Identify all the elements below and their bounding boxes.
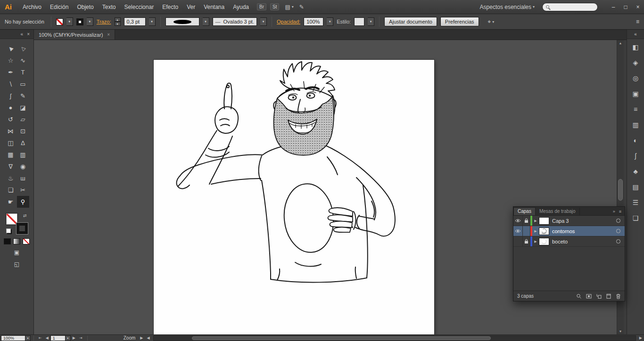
minimize-button[interactable]: – <box>607 4 619 10</box>
vertical-scroll-thumb[interactable] <box>618 179 623 201</box>
status-menu-arrow-icon[interactable]: ▶ <box>138 336 145 340</box>
tool-scale[interactable]: ▱ <box>17 114 29 125</box>
layer-name[interactable]: boceto <box>552 239 616 244</box>
stroke-panel-link[interactable]: Trazo: <box>97 19 111 24</box>
share-icon[interactable]: ✎ <box>299 4 304 10</box>
tool-rotate[interactable]: ↺ <box>5 114 17 125</box>
layer-thumbnail[interactable] <box>539 238 549 245</box>
fit-document-button[interactable]: Ajustar documento <box>384 17 437 26</box>
tool-pencil[interactable]: ✎ <box>17 90 29 102</box>
zoom-level-dropdown[interactable]: ▾ <box>25 335 31 341</box>
menu-obje[interactable]: Objeto <box>73 0 98 14</box>
tool-blob-brush[interactable]: ● <box>5 102 17 114</box>
tab-mesas-de-trabajo[interactable]: Mesas de trabajo <box>536 208 580 215</box>
layer-target-circle[interactable] <box>616 219 620 223</box>
close-panel-icon[interactable]: × <box>27 32 30 37</box>
tool-eyedropper[interactable]: ∇ <box>5 161 17 172</box>
clip-mask-icon[interactable] <box>586 293 592 299</box>
workspace-switcher[interactable]: Aspectos esenciales ▾ <box>480 4 535 10</box>
tool-gradient[interactable]: ▥ <box>17 149 29 161</box>
layer-target-circle[interactable] <box>616 229 620 233</box>
dock-panel-color[interactable]: ◧ <box>627 39 644 55</box>
opacity-dropdown[interactable]: ▾ <box>327 17 333 26</box>
tool-selection[interactable]: ▶ <box>5 43 17 55</box>
control-panel-menu-icon[interactable]: ≡ <box>636 18 639 25</box>
locate-object-icon[interactable] <box>576 293 582 299</box>
layer-visibility-toggle[interactable] <box>513 236 523 246</box>
style-dropdown[interactable]: ▾ <box>368 17 374 26</box>
layer-thumbnail[interactable] <box>539 217 549 225</box>
dock-panel-appearance[interactable]: ◎ <box>627 70 644 86</box>
tool-line-segment[interactable]: ∖ <box>5 78 17 90</box>
layer-expand-icon[interactable]: ▶ <box>532 219 539 223</box>
restore-button[interactable]: □ <box>619 4 632 10</box>
color-button[interactable] <box>4 238 11 244</box>
stroke-swatch-small[interactable] <box>76 18 83 25</box>
dock-panel-brushes[interactable]: ʃ <box>627 148 644 163</box>
tool-pen[interactable]: ✒ <box>5 66 17 78</box>
tool-direct-selection[interactable]: ▷ <box>17 43 29 55</box>
tool-shape-builder[interactable]: ◫ <box>5 137 17 149</box>
tool-hand[interactable]: ☛ <box>5 196 17 208</box>
tool-symbol-sprayer[interactable]: ♨ <box>5 172 17 184</box>
menu-ayuda[interactable]: Ayuda <box>229 0 253 14</box>
document-tab[interactable]: 100% (CMYK/Previsualizar) × <box>34 30 115 40</box>
tool-width[interactable]: ⋈ <box>5 125 17 137</box>
dock-panel-stroke[interactable]: ≡ <box>627 101 644 117</box>
menu-ventana[interactable]: Ventana <box>199 0 229 14</box>
artboard-number-dropdown[interactable]: ▾ <box>66 335 71 341</box>
status-display[interactable]: Zoom <box>124 335 136 341</box>
brush-preview-dropdown[interactable]: ▾ <box>203 17 209 26</box>
fill-none-swatch[interactable] <box>56 18 63 25</box>
delete-icon[interactable] <box>616 293 621 299</box>
expand-panels-icon[interactable]: « <box>627 30 644 39</box>
panel-menu-icon[interactable]: ≡ <box>619 209 621 214</box>
preferences-button[interactable]: Preferencias <box>440 17 479 26</box>
select-similar-icon[interactable]: ⌖ ▾ <box>488 18 495 25</box>
stepper-up-icon[interactable]: ▴ <box>115 17 121 22</box>
dock-panel-transparency[interactable]: ◐ <box>627 132 644 148</box>
tool-slice[interactable]: ✂ <box>17 184 29 196</box>
scroll-down-icon[interactable]: ▼ <box>619 328 622 334</box>
arrange-documents-icon[interactable]: ▤ ▾ <box>285 4 293 10</box>
stroke-swatch[interactable] <box>17 223 28 234</box>
swap-fill-stroke-icon[interactable]: ⇄ <box>23 213 27 218</box>
layer-lock-toggle[interactable] <box>523 226 530 236</box>
tab-capas[interactable]: Capas <box>513 207 536 215</box>
opacity-panel-link[interactable]: Opacidad: <box>277 19 300 24</box>
artboard[interactable] <box>154 60 434 334</box>
tool-magic-wand[interactable]: ☆ <box>5 55 17 66</box>
search-box[interactable] <box>542 3 598 11</box>
tool-free-transform[interactable]: ⊡ <box>17 125 29 137</box>
brush-profile-dropdown[interactable]: ▾ <box>260 17 267 26</box>
layer-expand-icon[interactable]: ▶ <box>532 240 539 244</box>
menu-efecto[interactable]: Efecto <box>158 0 182 14</box>
tab-close-icon[interactable]: × <box>107 32 110 37</box>
layer-visibility-toggle[interactable] <box>513 226 523 236</box>
tool-artboard[interactable]: ❏ <box>5 184 17 196</box>
dock-panel-symbols[interactable]: ♣ <box>627 163 644 179</box>
layer-name[interactable]: contornos <box>552 228 616 234</box>
stroke-weight-stepper[interactable]: ▴ ▾ <box>115 17 121 26</box>
none-button[interactable] <box>23 238 30 244</box>
menu-edicion[interactable]: Edición <box>46 0 73 14</box>
tool-perspective-grid[interactable]: Δ <box>17 137 29 149</box>
scroll-left-icon[interactable]: ◀ <box>145 336 151 340</box>
close-button[interactable]: × <box>632 4 644 10</box>
layer-target-circle[interactable] <box>616 239 620 244</box>
tool-mesh[interactable]: ▦ <box>5 149 17 161</box>
layer-name[interactable]: Capa 3 <box>552 218 616 224</box>
stepper-down-icon[interactable]: ▾ <box>115 22 121 26</box>
dock-panel-graphic-styles[interactable]: ▣ <box>627 86 644 101</box>
panel-collapse-icon[interactable]: » <box>613 209 615 214</box>
new-sublayer-icon[interactable] <box>596 293 602 299</box>
scroll-up-icon[interactable]: ▲ <box>619 40 622 46</box>
new-layer-icon[interactable] <box>606 293 611 299</box>
brush-profile-field[interactable]: — Ovalado 3 pt. <box>213 17 257 26</box>
layer-expand-icon[interactable]: ▶ <box>532 229 539 233</box>
layer-visibility-toggle[interactable] <box>513 216 523 226</box>
artboard-number-field[interactable]: 1 <box>50 335 66 341</box>
next-artboard-button[interactable]: ▶ <box>71 336 77 340</box>
dock-panel-swatches[interactable]: ▤ <box>627 179 644 195</box>
horizontal-scrollbar[interactable] <box>153 335 636 341</box>
